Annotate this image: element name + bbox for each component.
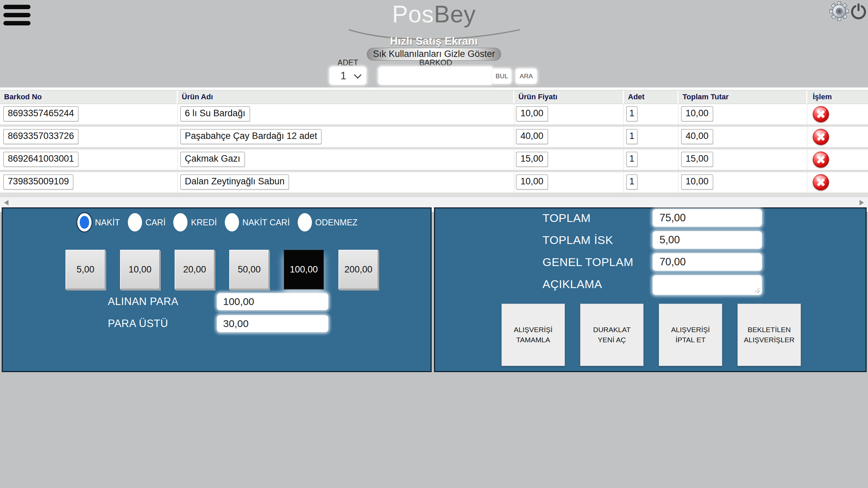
adet-cell-input[interactable]: 1 [626,106,637,121]
action-button[interactable]: DURAKLAT YENİ AÇ [580,304,644,366]
adet-cell-input[interactable]: 1 [626,175,637,189]
cell-urun-adi: 6 lı Su Bardağı [178,104,514,124]
summary-value-input[interactable]: 70,00 [653,253,762,271]
table-row: 8693357033726 Paşabahçe Çay Bardağı 12 a… [0,127,868,147]
ara-button[interactable]: ARA [516,69,537,84]
delete-circle-x-icon[interactable] [813,106,829,122]
payment-panel: NAKİT CARİ KREDİ NAKİT CARİ ODENMEZ 5,00… [2,207,432,372]
urun-fiyati-cell-input[interactable]: 40,00 [516,129,548,144]
table-top-strip [0,87,868,90]
resize-handle-icon[interactable] [754,288,760,293]
aciklama-textarea[interactable] [653,275,762,295]
urun-fiyati-cell-input[interactable]: 10,00 [516,106,548,121]
urun-adi-cell-input[interactable]: Paşabahçe Çay Bardağı 12 adet [180,129,321,144]
pos-quick-sale-screen: PosBey Hızlı Satış Ekranı Sık Kullanılan… [0,0,868,488]
radio-icon [77,213,92,231]
urun-fiyati-cell-input[interactable]: 15,00 [516,152,548,167]
summary-value-input[interactable]: 5,00 [653,231,762,249]
payment-method-label: KREDİ [191,218,217,227]
payment-method-label: CARİ [145,218,166,227]
payment-method-radio[interactable]: ODENMEZ [298,213,358,231]
urun-adi-cell-input[interactable]: Çakmak Gazı [180,152,245,167]
denomination-buttons: 5,0010,0020,0050,00100,00200,00 [65,250,378,289]
radio-icon [298,213,312,231]
adet-cell-input[interactable]: 1 [626,129,637,144]
barkod-cell-input[interactable]: 8692641003001 [3,152,78,167]
adet-label: ADET [330,58,366,67]
cell-toplam-tutar: 40,00 [678,127,807,147]
column-header-adet: Adet [624,90,678,104]
bul-button[interactable]: BUL [492,69,511,84]
delete-circle-x-icon[interactable] [813,129,829,145]
adet-select[interactable]: 1 [330,67,366,85]
toplam-tutar-cell-input[interactable]: 10,00 [681,175,713,189]
summary-label: GENEL TOPLAM [542,253,633,271]
column-header-urun-adi: Ürün Adı [178,90,514,104]
denomination-button[interactable]: 5,00 [65,250,105,289]
payment-method-radio[interactable]: NAKİT [77,213,120,231]
denomination-button[interactable]: 50,00 [229,250,269,289]
table-row: 8693357465244 6 lı Su Bardağı 10,00 1 10… [0,104,868,124]
payment-method-label: ODENMEZ [315,218,358,227]
payment-method-radio[interactable]: CARİ [128,213,166,231]
payment-method-label: NAKİT [95,218,120,227]
cell-urun-adi: Paşabahçe Çay Bardağı 12 adet [178,127,514,147]
radio-icon [173,213,188,231]
adet-select-value: 1 [340,70,346,82]
table-row: 739835009109 Dalan Zeytinyağlı Sabun 10,… [0,172,868,192]
barkod-cell-input[interactable]: 8693357465244 [3,106,78,121]
summary-label: TOPLAM İSK [542,231,613,249]
cell-toplam-tutar: 15,00 [678,149,807,170]
cell-islem [807,172,868,192]
payment-method-group: NAKİT CARİ KREDİ NAKİT CARİ ODENMEZ [77,213,358,231]
logo-text-bey: Bey [434,1,476,27]
payment-method-radio[interactable]: NAKİT CARİ [225,213,290,231]
arrow-left-icon[interactable] [4,200,8,205]
delete-circle-x-icon[interactable] [813,174,829,190]
column-header-urun-fiyati: Ürün Fiyatı [514,90,624,104]
denomination-button[interactable]: 100,00 [284,250,324,289]
alinan-para-input[interactable]: 100,00 [217,293,328,310]
cell-urun-adi: Çakmak Gazı [178,149,514,170]
urun-adi-cell-input[interactable]: Dalan Zeytinyağlı Sabun [180,175,289,189]
barkod-label: BARKOD [378,58,493,67]
toplam-tutar-cell-input[interactable]: 10,00 [681,106,713,121]
table-horizontal-scrollbar[interactable] [0,197,868,208]
cell-adet: 1 [624,127,678,147]
urun-adi-cell-input[interactable]: 6 lı Su Bardağı [180,106,250,121]
cell-urun-adi: Dalan Zeytinyağlı Sabun [178,172,514,192]
cell-urun-fiyati: 40,00 [514,127,624,147]
denomination-button[interactable]: 20,00 [175,250,215,289]
barkod-input[interactable] [378,67,493,85]
items-table: Barkod No Ürün Adı Ürün Fiyatı Adet Topl… [0,87,868,212]
denomination-button[interactable]: 10,00 [120,250,160,289]
action-button[interactable]: BEKLETİLEN ALIŞVERİŞLER [737,304,801,366]
action-button[interactable]: ALIŞVERİŞİ TAMAMLA [501,304,565,366]
barkod-cell-input[interactable]: 8693357033726 [3,129,78,144]
action-button[interactable]: ALIŞVERİŞİ İPTAL ET [659,304,722,366]
toplam-tutar-cell-input[interactable]: 15,00 [681,152,713,167]
payment-method-label: NAKİT CARİ [242,218,290,227]
toplam-tutar-cell-input[interactable]: 40,00 [681,129,713,144]
column-header-toplam-tutar: Toplam Tutar [678,90,807,104]
cell-barkod: 739835009109 [0,172,178,192]
delete-circle-x-icon[interactable] [813,151,829,168]
adet-cell-input[interactable]: 1 [626,152,637,167]
para-ustu-label: PARA ÜSTÜ [108,315,168,332]
cell-urun-fiyati: 10,00 [514,172,624,192]
column-header-barkod-no: Barkod No [0,90,178,104]
cell-adet: 1 [624,149,678,170]
radio-icon [128,213,142,231]
summary-label: TOPLAM [542,209,591,227]
logo-text-pos: Pos [392,1,434,27]
barkod-cell-input[interactable]: 739835009109 [3,175,73,189]
cell-toplam-tutar: 10,00 [678,172,807,192]
cell-urun-fiyati: 15,00 [514,149,624,170]
denomination-button[interactable]: 200,00 [338,250,378,289]
arrow-right-icon[interactable] [860,200,864,205]
summary-value-input[interactable]: 75,00 [653,209,762,227]
payment-method-radio[interactable]: KREDİ [173,213,217,231]
table-row: 8692641003001 Çakmak Gazı 15,00 1 15,00 [0,149,868,170]
para-ustu-input[interactable]: 30,00 [217,315,328,332]
urun-fiyati-cell-input[interactable]: 10,00 [516,175,548,189]
